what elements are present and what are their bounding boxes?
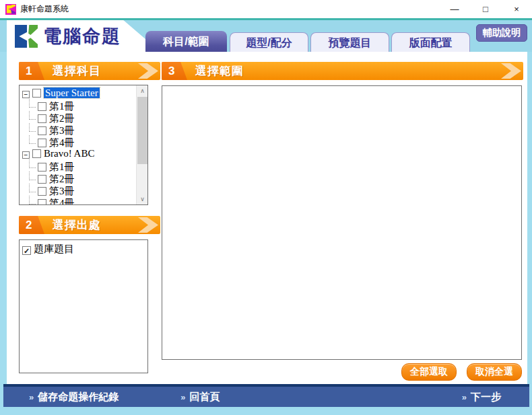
source-box: ✓題庫題目	[19, 239, 148, 373]
range-buttons: 全部選取 取消全選	[162, 363, 522, 381]
tab-preview[interactable]: 預覽題目	[310, 32, 389, 52]
checkbox-book[interactable]	[38, 114, 46, 123]
tree-node-book[interactable]: 第4冊	[22, 196, 147, 205]
title-bar: 康軒命題系統 — □ ×	[0, 0, 532, 18]
checkbox-book[interactable]	[38, 102, 46, 111]
checkbox-book[interactable]	[38, 139, 46, 147]
step-number-badge: 2	[19, 216, 44, 234]
arrow-right-icon	[138, 217, 158, 233]
step-number-badge: 3	[162, 62, 187, 80]
tree-node-super-starter[interactable]: −Super Starter	[22, 87, 147, 99]
source-option-label[interactable]: 題庫題目	[34, 243, 74, 254]
subject-tree: −Super Starter 第1冊 第2冊 第3冊 第4冊 −Bravo! A…	[20, 85, 147, 205]
collapse-toggle-icon[interactable]: −	[22, 91, 30, 98]
minimize-icon[interactable]: —	[439, 0, 470, 18]
main-content: 1 選擇科目 −Super Starter 第1冊 第2冊 第3冊 第4冊 −B…	[7, 52, 527, 384]
collapse-toggle-icon[interactable]: −	[22, 151, 30, 159]
tree-label[interactable]: Bravo! ABC	[44, 148, 94, 159]
section-title: 選擇範圍	[195, 62, 244, 80]
chevron-right-icon: »	[29, 392, 34, 402]
checkbox-book[interactable]	[38, 126, 46, 135]
tree-node-book[interactable]: 第1冊	[22, 99, 147, 111]
save-record-link[interactable]: » 儲存命題操作紀錄	[29, 391, 119, 404]
section-title: 選擇科目	[53, 62, 101, 80]
checkbox-book[interactable]	[38, 199, 46, 205]
chevron-right-icon: »	[462, 392, 467, 402]
window-title: 康軒命題系統	[20, 3, 69, 15]
tree-node-book[interactable]: 第4冊	[22, 135, 147, 147]
tree-label[interactable]: 第3冊	[49, 186, 75, 196]
tab-question-type[interactable]: 題型/配分	[230, 32, 308, 52]
tree-label[interactable]: 第1冊	[49, 101, 75, 112]
step-number-badge: 1	[19, 62, 44, 80]
footer-bar: » 儲存命題操作紀錄 » 回首頁 » 下一步	[3, 384, 529, 407]
checkbox-book[interactable]	[38, 187, 46, 196]
section-header-source: 2 選擇出處	[19, 216, 160, 234]
save-record-label: 儲存命題操作紀錄	[38, 391, 119, 404]
brand-k-icon	[15, 25, 38, 48]
checkbox-book[interactable]	[38, 175, 46, 184]
close-icon[interactable]: ×	[501, 0, 532, 18]
home-link[interactable]: » 回首頁	[180, 391, 220, 404]
window-controls: — □ ×	[439, 0, 532, 18]
tree-label[interactable]: Super Starter	[44, 87, 100, 98]
tree-label[interactable]: 第4冊	[49, 198, 75, 205]
home-label: 回首頁	[189, 391, 220, 404]
tree-label[interactable]: 第2冊	[49, 174, 75, 184]
tree-node-book[interactable]: 第2冊	[22, 111, 147, 123]
tree-label[interactable]: 第1冊	[49, 161, 75, 172]
arrow-right-icon	[501, 63, 521, 79]
select-all-button[interactable]: 全部選取	[401, 363, 457, 381]
section-header-range: 3 選擇範圍	[162, 62, 523, 80]
tree-label[interactable]: 第4冊	[49, 137, 75, 148]
tree-node-book[interactable]: 第2冊	[22, 172, 147, 184]
subject-tree-box: −Super Starter 第1冊 第2冊 第3冊 第4冊 −Bravo! A…	[19, 85, 148, 205]
app-logo-title: 電腦命題	[43, 24, 121, 48]
next-step-link[interactable]: » 下一步	[462, 391, 501, 404]
tab-layout[interactable]: 版面配置	[391, 32, 470, 52]
tree-node-bravo-abc[interactable]: −Bravo! ABC	[22, 147, 147, 159]
tree-scrollbar[interactable]: ∧ ∨	[136, 85, 147, 204]
help-button[interactable]: 輔助說明	[476, 24, 527, 42]
scroll-down-icon[interactable]: ∨	[137, 194, 148, 204]
scroll-up-icon[interactable]: ∧	[137, 85, 148, 96]
maximize-icon[interactable]: □	[470, 0, 501, 18]
source-option[interactable]: ✓題庫題目	[20, 240, 147, 256]
section-header-subject: 1 選擇科目	[19, 62, 160, 80]
checkbox-question-bank[interactable]: ✓	[22, 246, 31, 255]
tab-subject-range[interactable]: 科目/範圍	[145, 31, 227, 52]
app-icon	[5, 4, 16, 15]
checkbox-bravo-abc[interactable]	[32, 149, 41, 158]
tree-node-book[interactable]: 第1冊	[22, 159, 147, 172]
next-step-label: 下一步	[471, 391, 501, 404]
section-title: 選擇出處	[53, 216, 101, 234]
tree-node-book[interactable]: 第3冊	[22, 184, 147, 196]
tree-label[interactable]: 第3冊	[49, 125, 75, 136]
chevron-right-icon: »	[180, 392, 185, 402]
deselect-all-button[interactable]: 取消全選	[467, 363, 522, 381]
tree-label[interactable]: 第2冊	[49, 113, 75, 124]
checkbox-book[interactable]	[38, 163, 46, 172]
range-selection-panel	[162, 85, 522, 360]
tree-node-book[interactable]: 第3冊	[22, 123, 147, 135]
arrow-right-icon	[138, 63, 158, 79]
checkbox-super-starter[interactable]	[32, 89, 41, 98]
scrollbar-thumb[interactable]	[137, 97, 147, 164]
